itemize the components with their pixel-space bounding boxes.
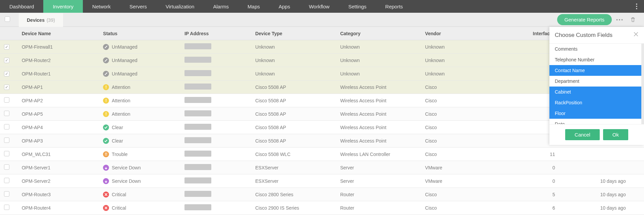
row-checkbox[interactable] — [4, 97, 9, 103]
more-options-icon[interactable] — [614, 14, 625, 25]
cell-ip — [180, 107, 251, 121]
ok-button[interactable]: Ok — [603, 129, 628, 140]
cell-discovered: 10 days ago — [559, 201, 630, 215]
delete-icon[interactable] — [627, 14, 639, 25]
field-option[interactable]: Comments — [549, 44, 641, 54]
cell-status: !Attention — [103, 98, 176, 104]
cell-vendor: Cisco — [421, 188, 502, 201]
svg-point-3 — [616, 19, 618, 20]
table-row[interactable]: OPM_WLC31!!TroubleCisco 5508 WLCWireless… — [0, 148, 644, 161]
table-row[interactable]: OPM-Router3CriticalCisco 2800 SeriesRout… — [0, 188, 644, 201]
row-checkbox[interactable] — [4, 44, 9, 50]
table-row[interactable]: OPM-Firewall1UnManagedUnknownUnknownUnkn… — [0, 40, 644, 54]
row-checkbox[interactable] — [4, 58, 9, 63]
cell-ip — [180, 174, 251, 188]
field-option[interactable]: Cabinet — [549, 87, 641, 97]
col-category[interactable]: Category — [336, 27, 421, 40]
svg-point-1 — [636, 6, 637, 7]
nav-menu-icon[interactable] — [632, 0, 641, 13]
ip-redacted — [184, 164, 211, 170]
nav-inventory[interactable]: Inventory — [43, 0, 83, 13]
ip-redacted — [184, 43, 211, 49]
cell-ip — [180, 40, 251, 54]
devices-tab[interactable]: Devices (39) — [19, 13, 63, 27]
field-option[interactable]: Telephone Number — [549, 54, 641, 65]
table-row[interactable]: OPM-AP2!AttentionCisco 5508 APWireless A… — [0, 94, 644, 107]
nav-servers[interactable]: Servers — [120, 0, 156, 13]
cell-category: Wireless Access Point — [336, 134, 421, 148]
cell-type: Cisco 2900 IS Series — [251, 201, 336, 215]
cell-type: Cisco 5508 AP — [251, 80, 336, 94]
table-row[interactable]: OPM-Server2Service DownESXServerServerVM… — [0, 174, 644, 188]
ip-redacted — [184, 70, 211, 76]
select-all-checkbox[interactable] — [5, 16, 10, 23]
cell-category: Wireless Access Point — [336, 121, 421, 134]
row-checkbox[interactable] — [4, 111, 9, 116]
row-checkbox[interactable] — [4, 151, 9, 156]
nav-reports[interactable]: Reports — [376, 0, 413, 13]
row-checkbox[interactable] — [4, 191, 9, 197]
cell-vendor: Cisco — [421, 134, 502, 148]
cell-ip — [180, 148, 251, 161]
ip-redacted — [184, 191, 211, 197]
table-row[interactable]: OPM-AP4ClearCisco 5508 APWireless Access… — [0, 121, 644, 134]
row-checkbox[interactable] — [4, 205, 9, 210]
ip-redacted — [184, 57, 211, 63]
table-row[interactable]: OPM-Router2UnManagedUnknownUnknownUnknow… — [0, 54, 644, 67]
table-row[interactable]: OPM-AP3ClearCisco 5508 APWireless Access… — [0, 134, 644, 148]
device-table-wrap: Device Name Status IP Address Device Typ… — [0, 27, 644, 215]
col-vendor[interactable]: Vendor — [421, 27, 502, 40]
nav-settings[interactable]: Settings — [339, 0, 376, 13]
col-status[interactable]: Status — [99, 27, 180, 40]
cell-status: Critical — [103, 192, 176, 198]
col-device-name[interactable]: Device Name — [18, 27, 99, 40]
nav-dashboard[interactable]: Dashboard — [0, 0, 43, 13]
nav-workflow[interactable]: Workflow — [300, 0, 339, 13]
cell-vendor: Unknown — [421, 54, 502, 67]
table-row[interactable]: OPM-Router1UnManagedUnknownUnknownUnknow… — [0, 67, 644, 80]
row-checkbox[interactable] — [4, 124, 9, 129]
nav-apps[interactable]: Apps — [269, 0, 300, 13]
cell-category: Unknown — [336, 54, 421, 67]
cell-type: Cisco 5508 AP — [251, 134, 336, 148]
nav-virtualization[interactable]: Virtualization — [156, 0, 204, 13]
table-row[interactable]: OPM-Server1Service DownESXServerServerVM… — [0, 161, 644, 174]
nav-alarms[interactable]: Alarms — [204, 0, 238, 13]
col-ip[interactable]: IP Address — [180, 27, 251, 40]
status-clear-icon — [103, 124, 109, 130]
custom-fields-popover: Choose Custom Fields CommentsTelephone N… — [549, 27, 644, 145]
nav-maps[interactable]: Maps — [238, 0, 269, 13]
cancel-button[interactable]: Cancel — [565, 129, 600, 140]
field-option[interactable]: Department — [549, 76, 641, 87]
field-option[interactable]: Date — [549, 119, 641, 124]
nav-network[interactable]: Network — [83, 0, 120, 13]
field-option[interactable]: Contact Name — [549, 65, 641, 76]
row-checkbox[interactable] — [4, 164, 9, 170]
row-checkbox[interactable] — [4, 85, 9, 90]
table-row[interactable]: OPM-AP5!AttentionCisco 5508 APWireless A… — [0, 107, 644, 121]
status-critical-icon — [103, 192, 109, 198]
row-checkbox[interactable] — [4, 138, 9, 143]
field-option[interactable]: RackPosition — [549, 97, 641, 108]
cell-ip — [180, 94, 251, 107]
table-row[interactable]: OPM-Router4CriticalCisco 2900 IS SeriesR… — [0, 201, 644, 215]
cell-type: Cisco 5508 WLC — [251, 148, 336, 161]
col-type[interactable]: Device Type — [251, 27, 336, 40]
cell-device-name: OPM-Router3 — [18, 188, 99, 201]
generate-reports-button[interactable]: Generate Reports — [557, 14, 612, 25]
row-checkbox[interactable] — [4, 178, 9, 183]
cell-discovered: 10 days ago — [559, 174, 630, 188]
cell-type: Unknown — [251, 67, 336, 80]
cell-discovered — [559, 161, 630, 174]
cell-vendor: Cisco — [421, 94, 502, 107]
close-icon[interactable] — [633, 32, 639, 39]
sub-header: Devices (39) Generate Reports — [0, 13, 644, 27]
cell-status: !Attention — [103, 84, 176, 90]
cell-device-name: OPM-AP1 — [18, 80, 99, 94]
row-checkbox[interactable] — [4, 71, 9, 76]
cell-ip — [180, 121, 251, 134]
cell-device-name: OPM_WLC31 — [18, 148, 99, 161]
top-nav: DashboardInventoryNetworkServersVirtuali… — [0, 0, 644, 13]
table-row[interactable]: OPM-AP1!AttentionCisco 5508 APWireless A… — [0, 80, 644, 94]
field-option[interactable]: Floor — [549, 108, 641, 119]
